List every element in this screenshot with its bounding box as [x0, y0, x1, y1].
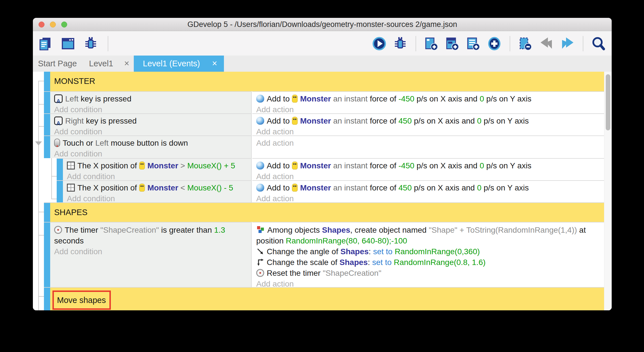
- main-toolbar: [33, 31, 612, 56]
- timer-icon: [256, 269, 264, 277]
- event-group-monster: MONSTER: [33, 72, 604, 91]
- timer-icon: [54, 226, 62, 234]
- toolbar-separator: [416, 36, 416, 51]
- event-color-bar: [44, 113, 50, 135]
- group-header-monster[interactable]: MONSTER: [50, 72, 604, 91]
- action-sentence[interactable]: Change the angle of Shapes: set to Rando…: [256, 246, 601, 257]
- event-row-left-key: Left key is pressed Add condition Add to…: [33, 91, 604, 113]
- tab-bar: Start Page Level1 × Level1 (Events) ×: [33, 56, 612, 72]
- scale-icon: [256, 258, 264, 266]
- debug-run-button[interactable]: [392, 36, 408, 52]
- text-segment: , create object named: [350, 226, 429, 234]
- collapse-arrow-icon[interactable]: [35, 141, 42, 145]
- text-segment: The timer: [65, 226, 100, 234]
- actions-cell: Add to Monster an instant force of 450 p…: [252, 180, 604, 202]
- preview-window-button[interactable]: [60, 36, 76, 52]
- group-label: SHAPES: [50, 203, 604, 222]
- add-condition-link[interactable]: Add condition: [54, 246, 248, 257]
- text-segment: 0: [477, 116, 482, 125]
- action-sentence[interactable]: Add to Monster an instant force of -450 …: [256, 160, 601, 171]
- tab-level1-events[interactable]: Level1 (Events) ×: [134, 56, 224, 72]
- add-subevent-icon: [445, 36, 460, 51]
- scrollbar-thumb[interactable]: [606, 74, 610, 130]
- action-sentence[interactable]: Add to Monster an instant force of 450 p…: [256, 116, 601, 126]
- subevent-row-x-less: The X position of Monster < MouseX() - 5…: [33, 180, 604, 202]
- text-segment: The X position of: [77, 183, 139, 192]
- condition-sentence[interactable]: Right key is pressed: [54, 116, 248, 126]
- tree-line: [38, 81, 39, 310]
- minimize-window-button[interactable]: [50, 22, 56, 27]
- window-title: GDevelop 5 - /Users/florian/Downloads/ge…: [33, 18, 612, 31]
- preview-window-icon: [60, 36, 76, 51]
- text-segment: force of: [370, 94, 399, 103]
- play-icon: [372, 36, 387, 51]
- tab-level1[interactable]: Level1: [89, 56, 113, 72]
- group-header-shapes[interactable]: SHAPES: [50, 202, 604, 222]
- text-segment: Shapes: [322, 226, 350, 234]
- keyboard-icon: [54, 116, 63, 125]
- event-color-bar: [44, 287, 50, 310]
- text-segment: force of: [370, 116, 399, 125]
- condition-sentence[interactable]: Left key is pressed: [54, 94, 248, 104]
- action-sentence[interactable]: Among objects Shapes, create object name…: [256, 225, 601, 246]
- text-segment: Add to: [267, 116, 292, 125]
- tab-level1-events-close-icon[interactable]: ×: [212, 56, 217, 71]
- condition-sentence[interactable]: The X position of Monster > MouseX() + 5: [67, 160, 248, 171]
- event-group-move-shapes: Move shapes: [33, 287, 604, 310]
- tree-stub: [38, 104, 44, 105]
- text-segment: at: [577, 226, 586, 234]
- action-sentence[interactable]: Change the scale of Shapes: set to Rando…: [256, 257, 601, 268]
- text-segment: Monster: [300, 161, 331, 170]
- add-other-event-button[interactable]: [486, 36, 502, 52]
- text-segment: Monster: [147, 161, 178, 170]
- position-icon: [67, 162, 75, 169]
- search-button[interactable]: [591, 36, 607, 52]
- text-segment: p/s on Y axis: [481, 116, 529, 125]
- text-segment: Shapes: [340, 258, 368, 267]
- text-segment: p/s on X axis and: [414, 94, 480, 103]
- group-header-move-shapes[interactable]: Move shapes: [50, 287, 604, 310]
- add-comment-button[interactable]: [465, 36, 481, 52]
- add-subevent-button[interactable]: [444, 36, 460, 52]
- add-event-icon: [424, 36, 439, 51]
- vertical-scrollbar: [604, 72, 612, 310]
- subevent-row-x-greater: The X position of Monster > MouseX() + 5…: [33, 158, 604, 180]
- event-group-shapes: SHAPES: [33, 202, 604, 222]
- group-label: MONSTER: [50, 72, 604, 91]
- force-icon: [256, 184, 264, 192]
- action-sentence[interactable]: Reset the timer "ShapeCreation": [256, 268, 601, 279]
- text-segment: The X position of: [77, 161, 139, 170]
- tree-stub: [51, 199, 57, 199]
- condition-sentence[interactable]: The timer "ShapeCreation" is greater tha…: [54, 225, 248, 246]
- project-manager-button[interactable]: [37, 36, 53, 52]
- event-color-bar: [44, 135, 50, 158]
- actions-cell: Add to Monster an instant force of -450 …: [252, 91, 604, 113]
- remove-event-button[interactable]: [518, 36, 533, 52]
- play-button[interactable]: [371, 36, 387, 52]
- condition-sentence[interactable]: The X position of Monster < MouseX() - 5: [67, 183, 248, 193]
- conditions-cell: The X position of Monster < MouseX() - 5…: [63, 180, 252, 202]
- tree-stub: [38, 126, 44, 127]
- action-sentence[interactable]: Add to Monster an instant force of 450 p…: [256, 183, 601, 193]
- action-sentence[interactable]: Add to Monster an instant force of -450 …: [256, 94, 601, 104]
- add-condition-link[interactable]: Add condition: [54, 149, 248, 159]
- text-segment: 1.3: [214, 226, 225, 234]
- text-segment: :: [369, 247, 373, 256]
- gdevelop-window: GDevelop 5 - /Users/florian/Downloads/ge…: [33, 18, 612, 310]
- condition-sentence[interactable]: Touch or Left mouse button is down: [54, 138, 248, 149]
- redo-button[interactable]: [560, 36, 575, 52]
- tab-start-page[interactable]: Start Page: [38, 56, 77, 72]
- add-action-link[interactable]: Add action: [256, 138, 601, 149]
- toolbar-separator: [108, 36, 108, 51]
- debugger-button[interactable]: [83, 36, 99, 52]
- undo-button[interactable]: [539, 36, 554, 52]
- monster-icon: [292, 162, 298, 169]
- close-window-button[interactable]: [39, 22, 45, 27]
- maximize-window-button[interactable]: [61, 22, 67, 27]
- add-event-button[interactable]: [423, 36, 439, 52]
- text-segment: >: [178, 161, 187, 170]
- text-segment: RandomInRange(0,360): [395, 247, 480, 256]
- tab-level1-close-icon[interactable]: ×: [124, 56, 129, 72]
- text-segment: 450: [399, 183, 412, 192]
- tab-level1-events-label: Level1 (Events): [143, 56, 200, 72]
